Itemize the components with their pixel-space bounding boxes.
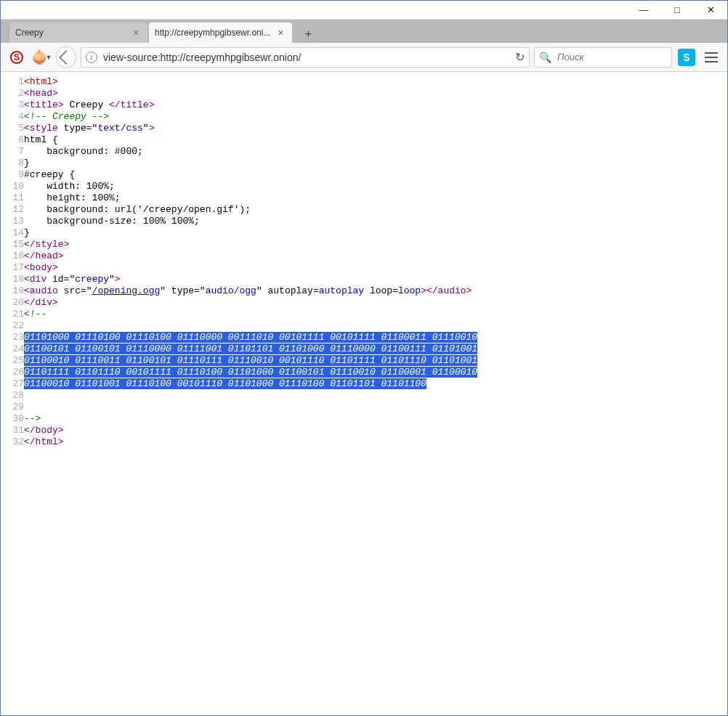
source-code[interactable]: 01100010 01110011 01100101 01110111 0111… xyxy=(24,355,477,367)
source-line: 31</body> xyxy=(1,425,477,436)
search-input[interactable] xyxy=(556,51,682,63)
site-info-icon[interactable]: i xyxy=(86,52,97,63)
tab-title: Creepy xyxy=(15,28,126,38)
source-code[interactable] xyxy=(24,390,477,402)
source-line: 16</head> xyxy=(1,251,477,262)
source-code[interactable]: 01101000 01110100 01110100 01110000 0011… xyxy=(24,332,477,343)
line-number: 14 xyxy=(1,227,24,239)
code-segment: height: 100%; xyxy=(24,192,121,203)
tab-close-icon[interactable]: × xyxy=(130,27,142,38)
source-code[interactable]: <audio src="/opening.ogg" type="audio/og… xyxy=(24,285,477,297)
menu-button[interactable] xyxy=(701,47,721,68)
source-code[interactable]: #creepy { xyxy=(24,169,477,181)
source-line: 28 xyxy=(1,390,477,402)
source-code[interactable]: } xyxy=(24,227,477,239)
tab-bar: Creepy × http://creepymhpgibsewr.oni... … xyxy=(1,20,727,43)
code-segment: src=" xyxy=(64,285,92,296)
window-maximize-button[interactable]: □ xyxy=(660,1,694,20)
line-number: 23 xyxy=(1,332,24,343)
code-segment: background: url('/creepy/open.gif'); xyxy=(24,204,251,215)
source-code[interactable]: <style type="text/css"> xyxy=(24,123,477,134)
source-code[interactable]: <body> xyxy=(24,262,477,274)
source-code[interactable] xyxy=(24,320,477,332)
back-button[interactable] xyxy=(56,47,76,68)
source-line: 8} xyxy=(1,158,477,169)
code-segment: text/css xyxy=(97,123,142,134)
view-source-content[interactable]: 1<html>2<head>3<title> Creepy </title>4<… xyxy=(1,72,727,715)
source-line: 15</style> xyxy=(1,239,477,251)
noscript-button[interactable] xyxy=(7,47,27,68)
source-line: 32</html> xyxy=(1,436,477,448)
source-code[interactable]: <div id="creepy"> xyxy=(24,274,477,285)
code-segment: audio/ogg xyxy=(206,285,256,296)
line-number: 19 xyxy=(1,285,24,297)
source-line: 7 background: #000; xyxy=(1,146,477,158)
code-segment: 01101000 01110100 01110100 01110000 0011… xyxy=(24,332,477,343)
reload-icon[interactable]: ↻ xyxy=(515,50,525,64)
tab-close-icon[interactable]: × xyxy=(275,27,286,38)
source-line: 2601101111 01101110 00101111 01110100 01… xyxy=(1,367,477,378)
line-number: 24 xyxy=(1,343,24,355)
code-segment: <html> xyxy=(24,76,58,87)
source-code[interactable]: </body> xyxy=(24,425,477,436)
line-number: 5 xyxy=(1,123,24,134)
line-number: 9 xyxy=(1,169,24,181)
onion-icon: 🧅 xyxy=(31,49,47,65)
source-code[interactable]: 01100010 01101001 01110100 00101110 0110… xyxy=(24,378,477,390)
code-segment: > xyxy=(115,274,121,285)
source-line: 19<audio src="/opening.ogg" type="audio/… xyxy=(1,285,477,297)
back-circle xyxy=(56,46,76,68)
source-code[interactable]: html { xyxy=(24,134,477,146)
browser-tab-2[interactable]: http://creepymhpgibsewr.oni... × xyxy=(149,23,292,43)
line-number: 6 xyxy=(1,134,24,146)
line-number: 10 xyxy=(1,181,24,192)
tor-onion-button[interactable]: 🧅 ▼ xyxy=(31,47,52,68)
code-segment: " xyxy=(143,123,149,134)
source-code[interactable]: background: #000; xyxy=(24,146,477,158)
source-code[interactable]: background: url('/creepy/open.gif'); xyxy=(24,204,477,216)
window-close-button[interactable]: ✕ xyxy=(694,1,727,20)
code-segment: " xyxy=(109,274,115,285)
source-code[interactable]: <!-- xyxy=(24,309,477,320)
source-code[interactable]: background-size: 100% 100%; xyxy=(24,216,477,227)
source-code[interactable]: height: 100%; xyxy=(24,192,477,204)
window-minimize-button[interactable]: — xyxy=(627,1,660,20)
code-segment: } xyxy=(24,227,30,238)
skype-button[interactable]: S xyxy=(676,47,697,68)
new-tab-button[interactable]: + xyxy=(298,25,318,43)
source-line: 13 background-size: 100% 100%; xyxy=(1,216,477,227)
source-code[interactable] xyxy=(24,402,477,413)
source-code[interactable]: 01101111 01101110 00101111 01110100 0110… xyxy=(24,367,477,378)
url-input[interactable] xyxy=(102,51,511,64)
browser-tab-1[interactable]: Creepy × xyxy=(9,23,147,43)
source-code[interactable]: 01100101 01100101 01110000 01111001 0110… xyxy=(24,343,477,355)
skype-icon: S xyxy=(678,49,695,66)
source-code[interactable]: <head> xyxy=(24,88,477,99)
close-icon: ✕ xyxy=(707,4,715,15)
source-code[interactable]: </div> xyxy=(24,297,477,309)
source-code[interactable]: </head> xyxy=(24,251,477,262)
source-code[interactable]: <html> xyxy=(24,76,477,88)
address-bar[interactable]: i ↻ xyxy=(81,47,530,68)
source-line: 22 xyxy=(1,320,477,332)
source-code[interactable]: <title> Creepy </title> xyxy=(24,99,477,111)
code-segment: type=" xyxy=(64,123,98,134)
source-code[interactable]: } xyxy=(24,158,477,169)
source-code[interactable]: <!-- Creepy --> xyxy=(24,111,477,123)
line-number: 21 xyxy=(1,309,24,320)
source-line: 9#creepy { xyxy=(1,169,477,181)
source-line: 12 background: url('/creepy/open.gif'); xyxy=(1,204,477,216)
source-line: 2301101000 01110100 01110100 01110000 00… xyxy=(1,332,477,343)
source-code[interactable]: </style> xyxy=(24,239,477,251)
line-number: 2 xyxy=(1,88,24,99)
line-number: 27 xyxy=(1,378,24,390)
code-segment: <head> xyxy=(24,88,58,99)
code-segment: <!-- Creepy --> xyxy=(24,111,109,122)
code-segment: id=" xyxy=(52,274,75,285)
source-line: 3<title> Creepy </title> xyxy=(1,99,477,111)
line-number: 25 xyxy=(1,355,24,367)
search-bar[interactable]: 🔍 xyxy=(534,47,672,68)
source-code[interactable]: --> xyxy=(24,413,477,425)
source-code[interactable]: </html> xyxy=(24,436,477,448)
source-code[interactable]: width: 100%; xyxy=(24,181,477,192)
